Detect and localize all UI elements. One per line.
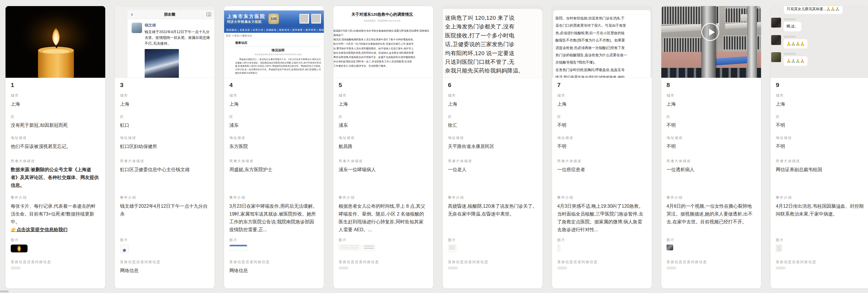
field-value-deceased: 网信证券副总裁韦桂国 — [776, 166, 865, 174]
record-card-1[interactable]: 1 城市上海 区没有死于新冠,却因新冠而死 地址描述他们不应该被漠视甚至忘记。 … — [5, 6, 105, 289]
image-attachment-thumbnail[interactable] — [557, 244, 560, 252]
qr-code — [300, 14, 309, 24]
field-label-direct: 直接信息还是间接信息 — [776, 260, 865, 264]
news-section-heading: 最新动态 — [235, 41, 321, 47]
field-label-event: 事件介绍 — [120, 195, 209, 200]
image-attachment-thumbnail[interactable] — [362, 244, 375, 251]
record-card-5[interactable]: 关于对浦东120急救中心的调查情况 【信息来源:】【信息时间:2022-03-3… — [333, 6, 433, 289]
field-label-deceased: 死者大体描述 — [448, 159, 537, 163]
cover-candle-photo — [5, 6, 105, 78]
field-value-city: 上海 — [557, 100, 647, 108]
field-label-city: 城市 — [557, 93, 647, 98]
card-number: 8 — [666, 82, 756, 93]
record-card-7[interactable]: 医院。当时有些低烧,但是发热门诊在消杀,于 是在门口的黑夜里等待了很久。可是由于… — [552, 6, 652, 289]
field-label-district: 区 — [557, 114, 647, 119]
field-value-event: 4月3日突感不适,晚上19:30叫了120急救。当时面临全员核酸,三甲医院门急诊… — [557, 202, 647, 234]
field-value-deceased: 一位透析病人 — [666, 166, 756, 174]
cover-hospital-website-screenshot: 上海市东方医院 同济大学附属东方医院 100 医院概况 | 名医名家 | 科室介… — [224, 6, 324, 78]
chat-bubble: 只有其女儿眼见其病逝...🙏🙏🙏 — [784, 6, 842, 14]
field-label-event: 事件介绍 — [666, 195, 756, 200]
field-value-deceased: 一位老人 — [448, 166, 537, 174]
record-card-9[interactable]: 只有其女儿眼见其病逝...🙏🙏🙏 啊,这。 🙏🙏🙏🙏 🙏🙏🙏🙏 9 城市上海 区… — [770, 6, 868, 289]
field-value-event: 4月12日传出消息,韦桂国因脑溢血、封控期间联系救治未果,于家中病逝。 — [776, 202, 865, 218]
image-attachment-thumbnail[interactable] — [776, 244, 782, 252]
card-number: 5 — [339, 82, 428, 93]
field-value-event: 高烧昏迷,核酸阴,120来了说发热门诊关了。无奈在家中降温,在昏迷中离世。 — [448, 202, 537, 218]
cover-weibo-text-screenshot: 医院。当时有些低烧,但是发热门诊在消杀,于 是在门口的黑夜里等待了很久。可是由于… — [552, 6, 652, 78]
field-label-direct: 直接信息还是间接信息 — [448, 260, 537, 264]
image-attachment-thumbnail[interactable] — [120, 244, 129, 253]
field-label-direct: 直接信息还是间接信息 — [229, 260, 319, 264]
record-card-3[interactable]: ‹ 朋友圈 钱文雄 钱文雄于2022年4月12日下午一点十九分去世。疫情期间一切… — [115, 6, 215, 289]
field-label-deceased: 死者大体描述 — [229, 159, 319, 163]
field-label-deceased: 死者大体描述 — [339, 159, 428, 163]
horizontal-scrollbar-thumb[interactable] — [0, 290, 9, 292]
field-label-address: 地址描述 — [666, 136, 756, 140]
submit-info-link[interactable]: 👉点击这里提交信息给我们 — [11, 226, 100, 234]
chat-sender-name — [784, 18, 796, 20]
field-value-address: 不明 — [557, 142, 647, 150]
image-attachment-thumbnail[interactable] — [11, 244, 28, 253]
field-label-district: 区 — [229, 114, 319, 119]
anniversary-emblem: 100 — [269, 13, 279, 24]
field-label-district: 区 — [666, 114, 756, 119]
empty-value-pill — [11, 267, 21, 269]
field-label-deceased: 死者大体描述 — [666, 159, 756, 163]
field-value-district: 不明 — [776, 121, 865, 129]
notice-meta: 作者:系统管理员 发表于:2022/3/25 2:46:48 有233人阅读 — [235, 53, 321, 56]
cover-group-chat-screenshot: 只有其女儿眼见其病逝...🙏🙏🙏 啊,这。 🙏🙏🙏🙏 🙏🙏🙏🙏 — [771, 6, 868, 78]
play-button-icon[interactable] — [701, 23, 719, 41]
field-label-city: 城市 — [229, 93, 319, 98]
field-value-district: 徐汇 — [448, 121, 537, 129]
image-attachment-thumbnail[interactable] — [339, 244, 361, 251]
field-label-city: 城市 — [448, 93, 537, 98]
field-label-deceased: 死者大体描述 — [11, 159, 100, 163]
field-value-city: 上海 — [448, 100, 537, 108]
gallery-board: 1 城市上海 区没有死于新冠,却因新冠而死 地址描述他们不应该被漠视甚至忘记。 … — [0, 0, 868, 289]
chat-avatar — [771, 35, 781, 45]
field-value-event: 根据患者女儿公布的时间线,早上 8 点,其父哮喘发作、晕倒。随后,小区 2 名做… — [339, 202, 428, 234]
record-card-8[interactable]: 8 城市上海 区不明 地址描述不明 死者大体描述一位透析病人 事件介绍4月6日的… — [661, 6, 761, 289]
empty-value-pill — [666, 267, 676, 269]
field-label-city: 城市 — [776, 93, 865, 98]
poster-name: 钱文雄 — [145, 23, 212, 28]
record-card-4[interactable]: 上海市东方医院 同济大学附属东方医院 100 医院概况 | 名医名家 | 科室介… — [224, 6, 324, 289]
field-value-city: 上海 — [11, 100, 100, 108]
field-label-deceased: 死者大体描述 — [776, 159, 865, 163]
field-value-deceased: 周盛妮,东方医院护士 — [229, 166, 319, 174]
field-value-city: 上海 — [339, 100, 428, 108]
chat-bubble: 啊,这。 — [784, 22, 801, 31]
image-attachment-thumbnail[interactable] — [448, 244, 456, 252]
field-label-direct: 直接信息还是间接信息 — [11, 260, 100, 264]
field-label-district: 区 — [11, 114, 100, 119]
image-attachment-thumbnail[interactable] — [229, 244, 247, 251]
back-chevron-icon: ‹ — [131, 11, 133, 18]
chat-sender-name — [784, 36, 796, 38]
cover-chat-text-screenshot: 迷病危了叫 120,120 来了说 全上海发热门诊都关了,没有 医院接收,打了一… — [443, 6, 542, 78]
field-value-city: 上海 — [666, 100, 756, 108]
field-label-address: 地址描述 — [448, 136, 537, 140]
field-value-address: 天平路街道永康居民区 — [448, 142, 537, 150]
field-value-address: 航昌路 — [339, 142, 428, 150]
record-card-6[interactable]: 迷病危了叫 120,120 来了说 全上海发热门诊都关了,没有 医院接收,打了一… — [442, 6, 543, 289]
card-number: 6 — [448, 82, 537, 93]
field-value-event: 钱文雄于2022年4月12日下午一点十九分自杀 — [120, 202, 209, 218]
chat-avatar — [771, 18, 781, 28]
candle-illustration — [5, 6, 105, 78]
card-number: 3 — [120, 82, 209, 93]
field-value-direct: 网络信息 — [120, 267, 209, 274]
document-title: 关于对浦东120急救中心的调查情况 — [333, 12, 431, 17]
moments-title: 朋友圈 — [164, 12, 176, 17]
field-label-event: 事件介绍 — [448, 195, 537, 200]
field-value-district: 没有死于新冠,却因新冠而死 — [11, 121, 100, 129]
field-label-deceased: 死者大体描述 — [120, 159, 209, 163]
hospital-name: 上海市东方医院 — [227, 13, 266, 20]
field-label-image: 图片 — [339, 238, 428, 242]
chat-bubble: 🙏🙏🙏🙏 — [784, 39, 807, 49]
field-label-image: 图片 — [229, 238, 319, 242]
field-label-address: 地址描述 — [557, 136, 647, 140]
image-attachment-thumbnail[interactable] — [666, 244, 673, 251]
field-label-city: 城市 — [339, 93, 428, 98]
field-label-event: 事件介绍 — [11, 195, 100, 200]
field-label-city: 城市 — [666, 93, 756, 98]
